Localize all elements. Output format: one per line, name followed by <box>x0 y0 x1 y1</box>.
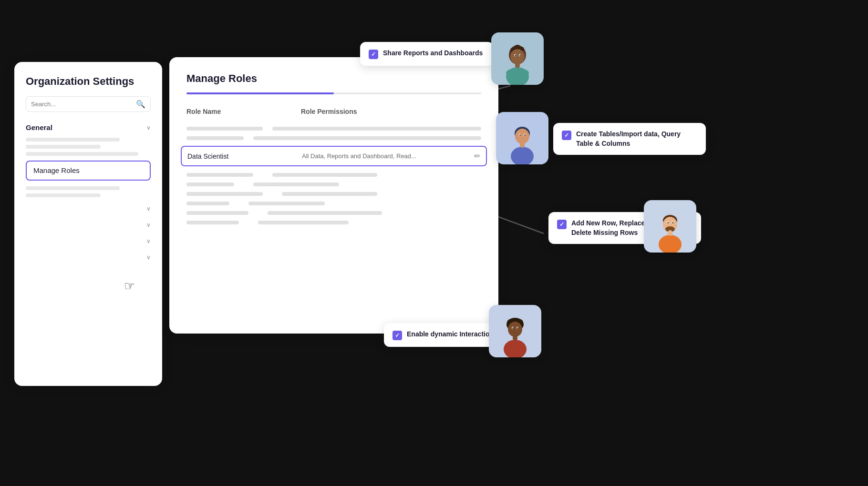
avatar-card-3 <box>644 200 696 253</box>
progress-bar <box>186 92 481 94</box>
search-icon: 🔍 <box>136 100 145 109</box>
table-row <box>186 189 481 199</box>
avatar-figure-3 <box>644 200 696 253</box>
svg-point-30 <box>672 222 673 223</box>
svg-rect-23 <box>520 142 525 148</box>
table-header: Role Name Role Permissions <box>186 108 481 119</box>
chevron-down-icon-2: ∨ <box>146 205 151 212</box>
tooltip-share: ✓ Share Reports and Dashboards <box>360 42 494 66</box>
checkbox-addrow[interactable]: ✓ <box>557 220 567 229</box>
table-row <box>186 124 481 133</box>
svg-point-12 <box>519 55 520 56</box>
avatar-figure-2 <box>496 112 548 164</box>
svg-point-40 <box>512 327 513 329</box>
svg-point-20 <box>519 134 520 136</box>
page-title: Manage Roles <box>186 72 481 85</box>
role-name-cell: Data Scientist <box>187 152 292 160</box>
tooltip-create-text: Create Tables/Import data, Query Table &… <box>576 130 697 148</box>
sidebar-section-5[interactable]: ∨ <box>26 249 151 265</box>
sidebar-placeholder-3 <box>26 152 138 156</box>
sidebar-item-general[interactable]: General ∨ <box>26 121 151 134</box>
general-label: General <box>26 123 52 132</box>
svg-rect-43 <box>513 335 517 341</box>
svg-point-21 <box>524 134 525 136</box>
col-header-permissions: Role Permissions <box>301 108 481 115</box>
table-row <box>186 170 481 180</box>
checkbox-share[interactable]: ✓ <box>369 50 378 59</box>
chevron-down-icon-5: ∨ <box>146 254 151 261</box>
avatar-figure-4 <box>489 305 541 357</box>
check-icon: ✓ <box>371 51 376 58</box>
chevron-down-icon-3: ∨ <box>146 222 151 228</box>
sidebar-placeholder-5 <box>26 193 101 197</box>
search-box[interactable]: 🔍 <box>26 96 151 112</box>
svg-point-29 <box>667 222 668 223</box>
svg-point-11 <box>515 55 516 56</box>
table-row <box>186 218 481 227</box>
tooltip-create: ✓ Create Tables/Import data, Query Table… <box>553 123 706 155</box>
svg-point-37 <box>508 322 522 337</box>
sidebar-section-2[interactable]: ∨ <box>26 201 151 217</box>
highlighted-table-row[interactable]: Data Scientist All Data, Reports and Das… <box>181 146 487 166</box>
table-row <box>186 199 481 208</box>
check-icon-2: ✓ <box>564 132 569 139</box>
search-input[interactable] <box>31 101 133 108</box>
table-row <box>186 180 481 189</box>
tooltip-share-text: Share Reports and Dashboards <box>383 49 483 58</box>
avatar-card-4 <box>489 305 541 357</box>
avatar-figure-1 <box>491 32 544 85</box>
svg-point-15 <box>506 68 529 78</box>
chevron-down-icon-4: ∨ <box>146 238 151 244</box>
manage-roles-label: Manage Roles <box>33 166 80 174</box>
svg-rect-14 <box>515 62 520 68</box>
main-panel: Manage Roles Role Name Role Permissions … <box>169 57 498 334</box>
svg-point-8 <box>510 49 525 64</box>
svg-point-17 <box>515 129 529 144</box>
table-row <box>186 133 481 143</box>
checkbox-create[interactable]: ✓ <box>562 131 571 140</box>
sidebar-title: Organization Settings <box>26 75 151 88</box>
progress-fill <box>186 92 334 94</box>
edit-icon[interactable]: ✏ <box>474 152 480 161</box>
sidebar-placeholder-2 <box>26 145 101 149</box>
sidebar-placeholder-4 <box>26 186 120 190</box>
sidebar-section-4[interactable]: ∨ <box>26 233 151 249</box>
svg-point-41 <box>517 327 518 329</box>
avatar-card-1 <box>491 32 544 85</box>
sidebar-item-manage-roles[interactable]: Manage Roles <box>26 161 151 181</box>
checkbox-dynamic[interactable]: ✓ <box>393 331 402 340</box>
chevron-down-icon: ∨ <box>146 124 151 131</box>
sidebar-panel: Organization Settings 🔍 General ∨ Manage… <box>14 62 162 386</box>
svg-point-42 <box>504 340 527 357</box>
svg-point-7 <box>514 45 521 50</box>
col-header-role-name: Role Name <box>186 108 291 115</box>
sidebar-section-3[interactable]: ∨ <box>26 217 151 233</box>
cursor-pointer-icon: ☞ <box>124 279 135 294</box>
avatar-card-2 <box>496 112 548 164</box>
table-row <box>186 208 481 218</box>
svg-point-22 <box>511 147 534 164</box>
tooltip-dynamic-text: Enable dynamic Interactions <box>407 330 497 339</box>
permissions-cell: All Data, Reports and Dashboard, Read... <box>302 152 465 160</box>
sidebar-placeholder-1 <box>26 138 120 142</box>
check-icon-4: ✓ <box>395 332 400 339</box>
svg-point-31 <box>659 235 682 253</box>
check-icon-3: ✓ <box>559 221 564 228</box>
svg-rect-32 <box>668 230 672 236</box>
